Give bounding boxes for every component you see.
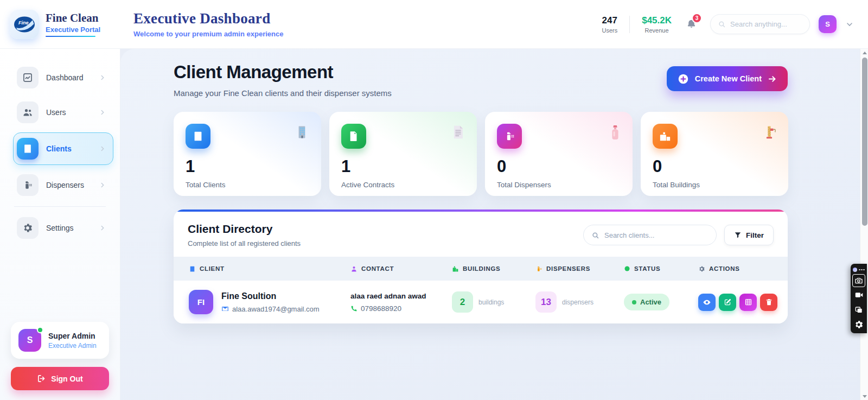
search-icon — [718, 20, 726, 28]
create-new-client-button[interactable]: Create New Client — [667, 66, 788, 91]
edit-pencil-icon — [724, 298, 732, 306]
building-icon — [17, 138, 39, 160]
dispenser-icon — [535, 265, 542, 272]
header-title: Executive Dashboard — [133, 10, 283, 27]
arrow-right-icon — [768, 74, 777, 84]
camera-icon — [854, 276, 863, 285]
app-header: Fine Fine Clean Executive Portal Executi… — [0, 0, 868, 49]
extension-toolbar-header[interactable] — [851, 266, 867, 274]
building-icon — [189, 265, 196, 272]
clients-search-input[interactable] — [604, 231, 709, 239]
stat-card-total-buildings: 0 Total Buildings — [641, 112, 788, 196]
notifications-button[interactable]: 3 — [686, 18, 697, 30]
sign-out-icon — [37, 374, 46, 383]
edit-client-button[interactable] — [719, 294, 736, 311]
dispenser-icon — [17, 174, 39, 196]
users-stat: 247 Users — [598, 15, 621, 34]
manage-buildings-button[interactable] — [739, 294, 757, 311]
online-status-dot — [37, 327, 43, 333]
stat-divider — [629, 16, 630, 33]
users-stat-label: Users — [602, 27, 617, 34]
contact-phone: 0798688920 — [361, 304, 401, 313]
buildings-icon — [452, 265, 459, 272]
filter-button-label: Filter — [746, 231, 764, 239]
chevron-right-icon — [99, 109, 106, 116]
screenshot-camera-button[interactable] — [852, 274, 865, 287]
screen-record-button[interactable] — [851, 288, 867, 302]
sidebar-item-dispensers[interactable]: Dispensers — [13, 170, 113, 200]
contact-name: alaa raed adnan awad — [350, 292, 452, 300]
extension-logo-icon — [853, 268, 857, 272]
view-client-button[interactable] — [698, 294, 716, 311]
stat-value: 1 — [186, 158, 309, 175]
sign-out-button[interactable]: Sign Out — [11, 367, 109, 390]
stat-card-total-dispensers: 0 Total Dispensers — [485, 112, 633, 196]
sidebar-item-clients[interactable]: Clients — [13, 132, 113, 165]
sidebar-item-settings[interactable]: Settings — [13, 213, 113, 243]
sign-out-label: Sign Out — [51, 374, 82, 383]
status-label: Active — [640, 298, 661, 306]
sidebar-item-label: Settings — [46, 224, 91, 232]
copy-icon — [854, 306, 863, 314]
phone-icon — [350, 305, 358, 312]
building-icon — [186, 124, 210, 149]
lotion-bottle-emoji — [610, 125, 621, 140]
client-name: Fine Soultion — [221, 291, 320, 301]
document-emoji — [451, 125, 465, 139]
svg-text:Fine: Fine — [18, 20, 29, 26]
user-avatar-button[interactable]: S — [819, 15, 837, 33]
fine-clean-logo-icon: Fine — [14, 15, 35, 34]
scrollbar-down-arrow[interactable] — [860, 392, 868, 400]
revenue-stat-value: $45.2K — [642, 15, 672, 26]
column-header-actions: ACTIONS — [698, 265, 788, 272]
status-dot-icon — [624, 265, 630, 272]
contract-icon — [341, 124, 366, 149]
gear-icon — [17, 217, 39, 239]
sidebar-item-dashboard[interactable]: Dashboard — [13, 63, 113, 92]
sidebar-item-users[interactable]: Users — [13, 98, 113, 127]
scrollbar-up-arrow[interactable] — [860, 49, 868, 56]
plus-circle-icon — [678, 73, 689, 85]
users-stat-value: 247 — [602, 15, 617, 26]
directory-title: Client Directory — [188, 223, 301, 236]
stat-value: 1 — [341, 158, 465, 175]
client-email: alaa.awad1974@gmail.com — [232, 305, 320, 313]
ellipsis-icon — [859, 269, 865, 271]
table-header-row: CLIENT CONTACT BUILDINGS — [174, 257, 788, 281]
buildings-count-badge: 2 — [452, 291, 473, 313]
city-icon — [653, 124, 678, 149]
chevron-down-icon[interactable] — [845, 20, 854, 29]
sidebar-item-label: Users — [46, 108, 91, 117]
client-directory-card: Client Directory Complete list of all re… — [174, 209, 788, 323]
chevron-right-icon — [99, 74, 106, 81]
gear-icon — [698, 265, 705, 272]
scrollbar-thumb[interactable] — [862, 58, 867, 226]
stat-label: Active Contracts — [341, 181, 465, 189]
brand-title: Fine Clean — [46, 11, 100, 24]
column-header-client: CLIENT — [189, 265, 350, 272]
filter-button[interactable]: Filter — [724, 225, 774, 245]
client-avatar: FI — [189, 290, 213, 314]
scrollbar — [860, 49, 868, 400]
extension-settings-button[interactable] — [851, 317, 867, 332]
video-camera-icon — [854, 290, 864, 300]
copy-windows-button[interactable] — [851, 302, 867, 317]
person-icon — [350, 265, 358, 272]
sidebar-divider — [14, 206, 106, 207]
envelope-icon — [221, 305, 229, 313]
dispensers-unit-label: dispensers — [562, 299, 593, 306]
global-search-input[interactable] — [730, 20, 802, 28]
stat-card-total-clients: 1 Total Clients — [174, 112, 321, 196]
page-title: Client Management — [174, 62, 392, 82]
chevron-right-icon — [99, 224, 106, 232]
header-subtitle: Welcome to your premium admin experience — [133, 30, 283, 38]
global-search — [710, 14, 810, 34]
trash-icon — [765, 298, 773, 306]
status-badge: Active — [624, 294, 669, 310]
brand: Fine Fine Clean Executive Portal — [0, 10, 120, 39]
sidebar-item-label: Dispensers — [46, 181, 91, 189]
delete-client-button[interactable] — [760, 294, 777, 311]
create-button-label: Create New Client — [695, 74, 762, 83]
eye-icon — [703, 298, 711, 307]
main-content: Client Management Manage your Fine Clean… — [120, 49, 868, 400]
